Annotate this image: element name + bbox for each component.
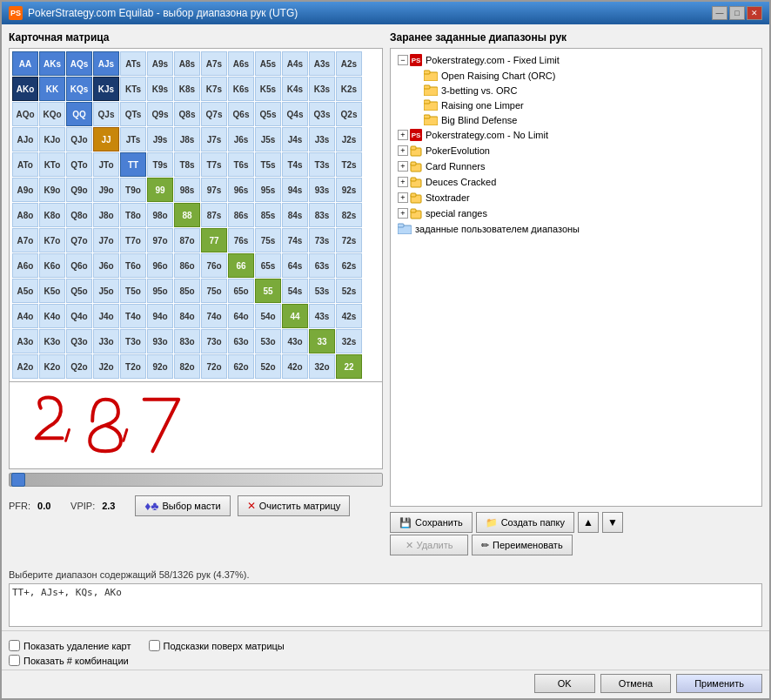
matrix-cell[interactable]: 63s [309, 253, 335, 278]
matrix-cell[interactable]: KQs [66, 77, 92, 101]
clear-matrix-button[interactable]: ✕ Очистить матрицу [238, 495, 350, 516]
matrix-cell[interactable]: Q5o [66, 279, 92, 303]
matrix-cell[interactable]: K3o [39, 329, 65, 353]
matrix-cell[interactable]: 92o [147, 354, 173, 379]
matrix-cell[interactable]: Q8o [66, 203, 92, 227]
matrix-cell[interactable]: 97s [201, 178, 227, 202]
matrix-cell[interactable]: 22 [336, 354, 362, 379]
matrix-cell[interactable]: 54s [282, 279, 308, 303]
matrix-cell[interactable]: 93o [147, 329, 173, 353]
matrix-cell[interactable]: J3o [93, 329, 119, 353]
matrix-cell[interactable]: 87o [174, 228, 200, 252]
matrix-cell[interactable]: 98s [174, 178, 200, 202]
matrix-cell[interactable]: K6s [228, 77, 254, 101]
tree-item-orc[interactable]: Open Raising Chart (ORC) [394, 68, 758, 83]
expand-icon[interactable]: + [398, 130, 408, 140]
matrix-cell[interactable]: 72s [336, 228, 362, 252]
matrix-cell[interactable]: 64s [282, 253, 308, 278]
matrix-cell[interactable]: Q3o [66, 329, 92, 353]
combos-checkbox[interactable] [9, 655, 20, 666]
matrix-cell[interactable]: Q4s [282, 102, 308, 126]
matrix-cell[interactable]: 96o [147, 253, 173, 278]
matrix-cell[interactable]: AKo [12, 77, 38, 101]
matrix-cell[interactable]: A9o [12, 178, 38, 202]
matrix-cell[interactable]: A8s [174, 51, 200, 76]
check-tooltips[interactable]: Подсказки поверх матрицы [149, 640, 285, 651]
matrix-cell[interactable]: 75s [255, 228, 281, 252]
matrix-cell[interactable]: A3s [309, 51, 335, 76]
create-folder-button[interactable]: 📁 Создать папку [476, 512, 574, 533]
matrix-cell[interactable]: 97o [147, 228, 173, 252]
matrix-cell[interactable]: Q2s [336, 102, 362, 126]
matrix-cell[interactable]: AJs [93, 51, 119, 76]
matrix-cell[interactable]: 84o [174, 304, 200, 328]
matrix-cell[interactable]: J4o [93, 304, 119, 328]
matrix-cell[interactable]: Q7o [66, 228, 92, 252]
matrix-cell[interactable]: T9o [120, 178, 146, 202]
matrix-cell[interactable]: 74s [282, 228, 308, 252]
matrix-cell[interactable]: A6o [12, 253, 38, 278]
matrix-cell[interactable]: Q6o [66, 253, 92, 278]
matrix-cell[interactable]: K5o [39, 279, 65, 303]
slider-thumb[interactable] [11, 473, 25, 487]
matrix-cell[interactable]: 64o [228, 304, 254, 328]
matrix-cell[interactable]: 43o [282, 329, 308, 353]
matrix-cell[interactable]: KJo [39, 127, 65, 151]
matrix-cell[interactable]: K2s [336, 77, 362, 101]
matrix-cell[interactable]: 96s [228, 178, 254, 202]
matrix-cell[interactable]: 62o [228, 354, 254, 379]
matrix-cell[interactable]: 76s [228, 228, 254, 252]
matrix-cell[interactable]: K7o [39, 228, 65, 252]
matrix-cell[interactable]: 66 [228, 253, 254, 278]
matrix-cell[interactable]: 73s [309, 228, 335, 252]
matrix-cell[interactable]: 83o [174, 329, 200, 353]
matrix-cell[interactable]: T6s [228, 152, 254, 177]
matrix-cell[interactable]: Q2o [66, 354, 92, 379]
tree-item-limper[interactable]: Raising one Limper [394, 98, 758, 112]
delete-button[interactable]: ✕ Удалить [390, 535, 468, 555]
matrix-cell[interactable]: QJo [66, 127, 92, 151]
matrix-cell[interactable]: J7o [93, 228, 119, 252]
matrix-cell[interactable]: JTs [120, 127, 146, 151]
tree-item-blind[interactable]: Big Blind Defense [394, 112, 758, 127]
matrix-cell[interactable]: 84s [282, 203, 308, 227]
expand-icon[interactable]: + [398, 177, 408, 187]
matrix-cell[interactable]: 65o [228, 279, 254, 303]
apply-button[interactable]: Применить [676, 674, 762, 693]
matrix-cell[interactable]: 55 [255, 279, 281, 303]
matrix-cell[interactable]: A4o [12, 304, 38, 328]
matrix-cell[interactable]: Q5s [255, 102, 281, 126]
cancel-button[interactable]: Отмена [600, 674, 671, 693]
matrix-cell[interactable]: 94s [282, 178, 308, 202]
matrix-cell[interactable]: A7o [12, 228, 38, 252]
matrix-cell[interactable]: J9s [147, 127, 173, 151]
matrix-cell[interactable]: 72o [201, 354, 227, 379]
matrix-cell[interactable]: K8o [39, 203, 65, 227]
matrix-cell[interactable]: Q8s [174, 102, 200, 126]
matrix-cell[interactable]: QJs [93, 102, 119, 126]
matrix-cell[interactable]: ATo [12, 152, 38, 177]
matrix-cell[interactable]: A2s [336, 51, 362, 76]
close-button[interactable]: ✕ [747, 6, 762, 20]
matrix-cell[interactable]: 99 [147, 178, 173, 202]
tree-item-special[interactable]: +special ranges [394, 205, 758, 221]
matrix-cell[interactable]: K4s [282, 77, 308, 101]
matrix-cell[interactable]: KTs [120, 77, 146, 101]
range-text-display[interactable] [9, 583, 762, 627]
matrix-cell[interactable]: 52s [336, 279, 362, 303]
matrix-cell[interactable]: 85o [174, 279, 200, 303]
matrix-cell[interactable]: A8o [12, 203, 38, 227]
matrix-cell[interactable]: T8s [174, 152, 200, 177]
matrix-cell[interactable]: 95o [147, 279, 173, 303]
expand-icon[interactable]: + [398, 192, 408, 203]
matrix-cell[interactable]: QTo [66, 152, 92, 177]
check-delete-cards[interactable]: Показать удаление карт [9, 640, 131, 651]
matrix-cell[interactable]: 76o [201, 253, 227, 278]
matrix-cell[interactable]: A4s [282, 51, 308, 76]
matrix-cell[interactable]: 75o [201, 279, 227, 303]
matrix-cell[interactable]: KTo [39, 152, 65, 177]
matrix-cell[interactable]: 86o [174, 253, 200, 278]
matrix-cell[interactable]: 42o [282, 354, 308, 379]
matrix-cell[interactable]: 54o [255, 304, 281, 328]
matrix-cell[interactable]: 65s [255, 253, 281, 278]
